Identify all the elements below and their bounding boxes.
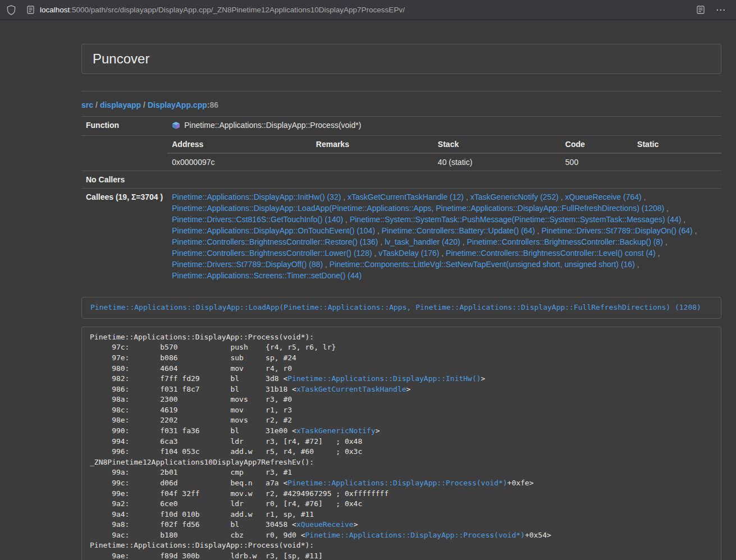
- callee-link[interactable]: xQueueReceive (764): [565, 192, 642, 201]
- page-info-icon[interactable]: [27, 6, 34, 14]
- callee-link[interactable]: xTaskGetCurrentTaskHandle (12): [348, 192, 464, 201]
- symbol-link[interactable]: xTaskGetCurrentTaskHandle: [296, 385, 406, 393]
- function-row-label: Function: [81, 117, 167, 136]
- function-details-table: Address Remarks Stack Code Static 0x0000…: [167, 136, 721, 171]
- page-content: Puncover src/displayapp/DisplayApp.cpp:8…: [81, 20, 721, 560]
- breadcrumb-file-link[interactable]: DisplayApp.cpp: [148, 100, 207, 109]
- breadcrumb-separator: /: [143, 100, 145, 109]
- details-row: 0x0000097c 40 (static) 500: [167, 153, 721, 171]
- callee-link[interactable]: Pinetime::Controllers::BrightnessControl…: [172, 249, 372, 258]
- table-row: Callees (19, Σ=3704 ) Pinetime::Applicat…: [81, 189, 721, 284]
- callee-link[interactable]: Pinetime::Components::LittleVgl::SetNewT…: [330, 260, 635, 269]
- static-value: [633, 153, 721, 171]
- callee-separator: ,: [535, 226, 542, 235]
- callee-separator: ,: [559, 192, 565, 201]
- callee-link[interactable]: Pinetime::Controllers::Battery::Update()…: [382, 226, 535, 235]
- callee-link[interactable]: Pinetime::Applications::DisplayApp::Load…: [172, 204, 664, 213]
- callee-link[interactable]: Pinetime::Applications::Screens::Timer::…: [172, 271, 362, 280]
- breadcrumb-line-number: :86: [207, 100, 218, 109]
- symbol-link[interactable]: xQueueReceive: [296, 520, 354, 529]
- callee-link[interactable]: Pinetime::Applications::DisplayApp::Init…: [172, 192, 341, 201]
- breadcrumb-src-link[interactable]: src: [81, 100, 93, 109]
- symbol-link[interactable]: xTaskGenericNotify: [296, 426, 376, 435]
- callee-separator: ,: [464, 192, 470, 201]
- highlighted-symbol-link[interactable]: Pinetime::Applications::DisplayApp::Load…: [90, 303, 701, 311]
- breadcrumb-displayapp-link[interactable]: displayapp: [100, 100, 141, 109]
- page-actions-menu-icon[interactable]: ⋯: [712, 0, 729, 20]
- callee-link[interactable]: xTaskGenericNotify (252): [470, 192, 559, 201]
- callee-link[interactable]: Pinetime::Controllers::BrightnessControl…: [467, 237, 662, 246]
- url-text: localhost:5000/path/src/displayapp/Displ…: [40, 6, 405, 14]
- col-static: Static: [633, 136, 721, 153]
- callee-separator: ,: [693, 226, 697, 235]
- callee-separator: ,: [664, 204, 669, 213]
- url-path: :5000/path/src/displayapp/DisplayApp.cpp…: [70, 6, 405, 14]
- table-row: No Callers: [81, 171, 721, 189]
- callee-separator: ,: [375, 226, 382, 235]
- no-callers-label: No Callers: [81, 171, 167, 189]
- code-size-value: 500: [561, 153, 633, 171]
- function-name: Pinetime::Applications::DisplayApp::Proc…: [184, 121, 361, 130]
- symbol-link[interactable]: Pinetime::Applications::DisplayApp::Init…: [287, 374, 481, 383]
- highlighted-symbol: Pinetime::Applications::DisplayApp::Load…: [81, 297, 721, 319]
- callee-link[interactable]: lv_task_handler (420): [385, 237, 460, 246]
- table-row: Function Pinetime::Applications::Display…: [81, 117, 721, 136]
- app-header-panel: Puncover: [81, 44, 721, 74]
- callee-link[interactable]: Pinetime::Drivers::St7789::DisplayOn() (…: [542, 226, 693, 235]
- callee-link[interactable]: Pinetime::Controllers::BrightnessControl…: [172, 237, 378, 246]
- callee-separator: ,: [372, 249, 379, 258]
- breadcrumb-separator: /: [95, 100, 98, 109]
- symbol-link[interactable]: Pinetime::Applications::DisplayApp::Proc…: [287, 479, 507, 487]
- callee-link[interactable]: Pinetime::Applications::DisplayApp::OnTo…: [172, 226, 375, 235]
- callee-separator: ,: [439, 249, 446, 258]
- breadcrumb: src/displayapp/DisplayApp.cpp:86: [81, 100, 721, 109]
- function-table: Function Pinetime::Applications::Display…: [81, 116, 721, 284]
- function-icon: [172, 121, 180, 132]
- address-value: 0x0000097c: [167, 153, 312, 171]
- callee-separator: ,: [656, 249, 660, 258]
- callee-separator: ,: [460, 237, 467, 246]
- symbol-link[interactable]: Pinetime::Applications::DisplayApp::Proc…: [305, 531, 525, 539]
- callees-list: Pinetime::Applications::DisplayApp::Init…: [167, 189, 721, 284]
- callee-link[interactable]: vTaskDelay (176): [378, 249, 439, 258]
- callee-separator: ,: [663, 237, 668, 246]
- divider: [81, 91, 721, 91]
- page-title: Puncover: [93, 51, 710, 67]
- callee-separator: ,: [341, 192, 348, 201]
- callee-separator: ,: [681, 215, 685, 224]
- tracking-protection-shield-icon[interactable]: [7, 5, 16, 15]
- callee-link[interactable]: Pinetime::Drivers::St7789::DisplayOff() …: [172, 260, 323, 269]
- callee-link[interactable]: Pinetime::System::SystemTask::PushMessag…: [350, 215, 682, 224]
- col-address: Address: [167, 136, 312, 153]
- callee-separator: ,: [635, 260, 639, 269]
- callee-separator: ,: [642, 192, 646, 201]
- col-code: Code: [561, 136, 633, 153]
- table-row: Address Remarks Stack Code Static 0x0000…: [81, 136, 721, 171]
- col-remarks: Remarks: [312, 136, 433, 153]
- reader-mode-icon[interactable]: [697, 6, 705, 14]
- callee-link[interactable]: Pinetime::Controllers::BrightnessControl…: [446, 249, 655, 258]
- remarks-value: [312, 153, 433, 171]
- callee-separator: ,: [343, 215, 350, 224]
- stack-value: 40 (static): [433, 153, 561, 171]
- callee-separator: ,: [378, 237, 385, 246]
- col-stack: Stack: [433, 136, 561, 153]
- callee-link[interactable]: Pinetime::Drivers::Cst816S::GetTouchInfo…: [172, 215, 343, 224]
- callee-separator: ,: [323, 260, 330, 269]
- url-host: localhost: [40, 6, 70, 14]
- disassembly: Pinetime::Applications::DisplayApp::Proc…: [81, 327, 721, 560]
- url-bar[interactable]: localhost:5000/path/src/displayapp/Displ…: [27, 6, 689, 14]
- browser-toolbar: localhost:5000/path/src/displayapp/Displ…: [0, 0, 736, 20]
- callees-label: Callees (19, Σ=3704 ): [81, 189, 167, 284]
